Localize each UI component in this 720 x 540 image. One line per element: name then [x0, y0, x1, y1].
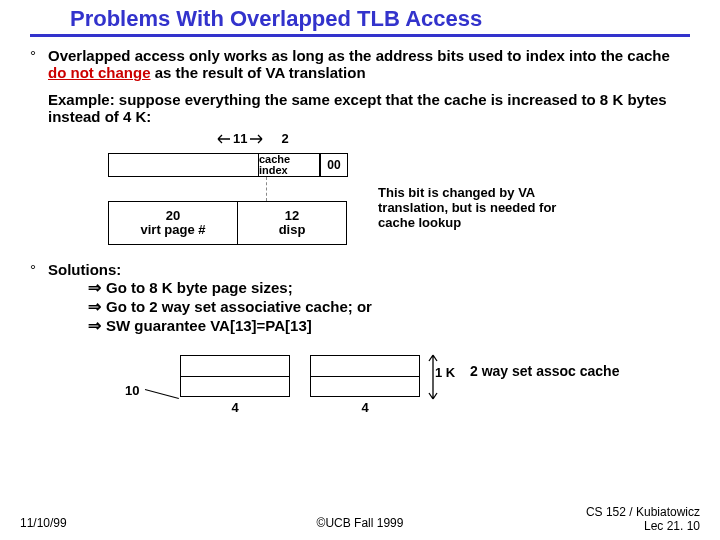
footer-course: CS 152 / Kubiatowicz Lec 21. 10: [586, 506, 700, 534]
virt-page-box: 20 virt page #: [108, 201, 238, 245]
arrow-icon: ⇒: [88, 297, 106, 316]
cache-way-0-box: [180, 355, 290, 397]
cache-index-row: cache index 00: [108, 153, 348, 177]
footer-course-line1: CS 152 / Kubiatowicz: [586, 505, 700, 519]
label-2: 2: [281, 131, 288, 146]
label-4: 4: [361, 400, 368, 415]
solutions-block: Solutions: ⇒Go to 8 K byte page sizes; ⇒…: [48, 261, 372, 335]
solution-3: ⇒SW guarantee VA[13]=PA[13]: [88, 316, 372, 335]
bullet-1: ° Overlapped access only works as long a…: [30, 47, 690, 81]
slide-title: Problems With Overlapped TLB Access: [0, 0, 720, 34]
label-11: 11: [233, 131, 247, 146]
solutions-head: Solutions:: [48, 261, 372, 278]
example-text: Example: suppose everything the same exc…: [48, 91, 690, 125]
cache-index-box: cache index: [258, 153, 320, 177]
label-10: 10: [125, 383, 139, 398]
solution-1: ⇒Go to 8 K byte page sizes;: [88, 278, 372, 297]
footer-course-line2: Lec 21. 10: [644, 519, 700, 533]
arrow-icon: ⇒: [88, 278, 106, 297]
address-fields-row: 20 virt page # 12 disp: [108, 201, 347, 245]
dashed-connector: [266, 177, 267, 201]
cache-way-0: 4: [180, 355, 290, 415]
cache-zeros-box: 00: [320, 153, 348, 177]
cache-row: [181, 356, 289, 377]
label-1k: 1 K: [435, 365, 455, 380]
cache-row: [311, 356, 419, 377]
solution-2: ⇒Go to 2 way set associative cache; or: [88, 297, 372, 316]
arrow-icon: ⇒: [88, 316, 106, 335]
diagram1-top-labels: 11 2: [213, 131, 289, 146]
bullet-2: ° Solutions: ⇒Go to 8 K byte page sizes;…: [30, 261, 690, 335]
bullet-marker: °: [30, 261, 48, 335]
arrow-left-icon: [216, 134, 230, 144]
bullet-1-emphasis: do not change: [48, 64, 151, 81]
disp-label: disp: [279, 223, 306, 237]
cache-box-empty: [108, 153, 258, 177]
disp-bits: 12: [285, 209, 299, 223]
cache-way-1-box: [310, 355, 420, 397]
cache-row: [311, 377, 419, 397]
solution-2-text: Go to 2 way set associative cache; or: [106, 298, 372, 315]
solution-1-text: Go to 8 K byte page sizes;: [106, 279, 293, 296]
label-4: 4: [231, 400, 238, 415]
bullet-1-part-a: Overlapped access only works as long as …: [48, 47, 670, 64]
connector-line: [145, 389, 179, 399]
disp-box: 12 disp: [237, 201, 347, 245]
cache-way-1: 4: [310, 355, 420, 415]
bullet-1-text: Overlapped access only works as long as …: [48, 47, 690, 81]
title-underline: [30, 34, 690, 37]
slide-body: ° Overlapped access only works as long a…: [0, 47, 720, 435]
arrow-right-icon: [250, 134, 264, 144]
virt-page-bits: 20: [166, 209, 180, 223]
label-2way-assoc: 2 way set assoc cache: [470, 363, 619, 379]
diagram-address-layout: 11 2 cache index 00 20 virt page # 12 di…: [48, 131, 690, 261]
solution-3-text: SW guarantee VA[13]=PA[13]: [106, 317, 312, 334]
bullet-1-part-c: as the result of VA translation: [151, 64, 366, 81]
bullet-marker: °: [30, 47, 48, 81]
diagram1-note: This bit is changed by VA translation, b…: [378, 186, 558, 231]
cache-row: [181, 377, 289, 397]
virt-page-label: virt page #: [140, 223, 205, 237]
diagram-2way-cache: 10 4 4 1 K 2 way set assoc cache: [30, 345, 690, 435]
cache-index-label: cache index: [259, 154, 319, 176]
